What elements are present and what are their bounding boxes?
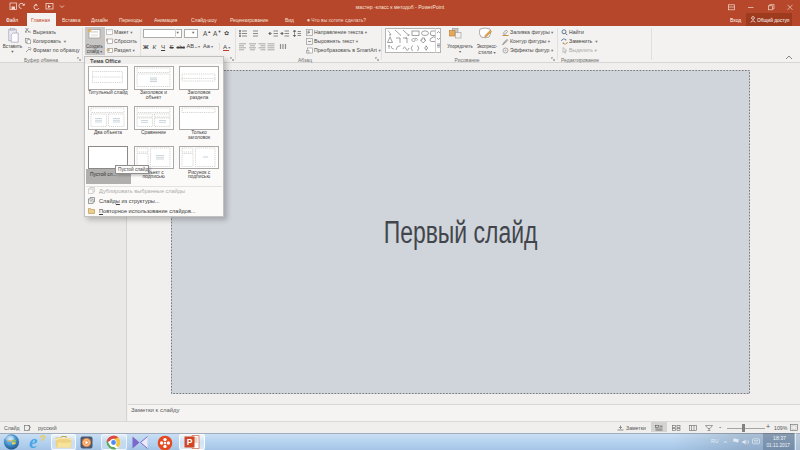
svg-text:P: P: [187, 437, 193, 447]
svg-text:e: e: [29, 434, 38, 450]
